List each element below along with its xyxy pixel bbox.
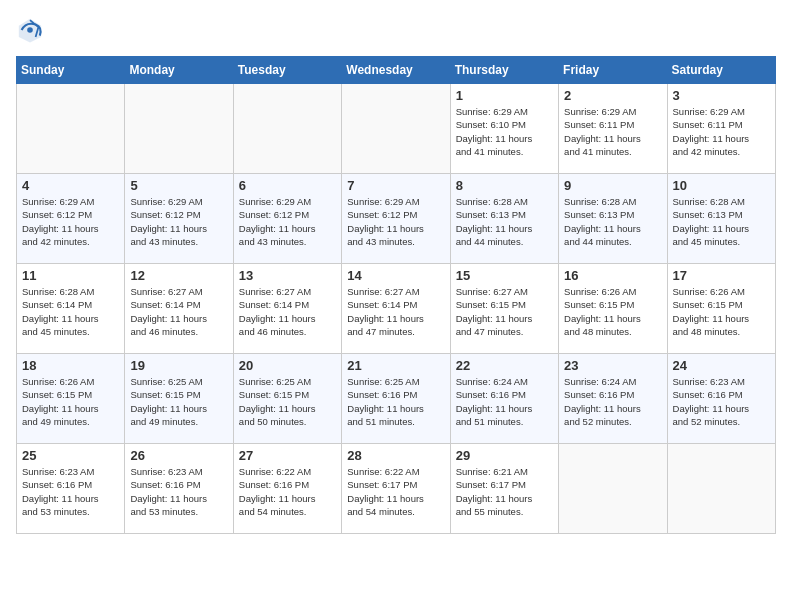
day-number: 6 — [239, 178, 336, 193]
calendar-cell: 23Sunrise: 6:24 AM Sunset: 6:16 PM Dayli… — [559, 354, 667, 444]
calendar-cell: 5Sunrise: 6:29 AM Sunset: 6:12 PM Daylig… — [125, 174, 233, 264]
day-number: 18 — [22, 358, 119, 373]
day-info: Sunrise: 6:21 AM Sunset: 6:17 PM Dayligh… — [456, 465, 553, 518]
calendar-cell: 15Sunrise: 6:27 AM Sunset: 6:15 PM Dayli… — [450, 264, 558, 354]
calendar-cell: 3Sunrise: 6:29 AM Sunset: 6:11 PM Daylig… — [667, 84, 775, 174]
day-number: 28 — [347, 448, 444, 463]
day-info: Sunrise: 6:29 AM Sunset: 6:12 PM Dayligh… — [347, 195, 444, 248]
day-number: 1 — [456, 88, 553, 103]
day-info: Sunrise: 6:26 AM Sunset: 6:15 PM Dayligh… — [22, 375, 119, 428]
calendar-table: SundayMondayTuesdayWednesdayThursdayFrid… — [16, 56, 776, 534]
day-header-wednesday: Wednesday — [342, 57, 450, 84]
day-header-thursday: Thursday — [450, 57, 558, 84]
day-info: Sunrise: 6:26 AM Sunset: 6:15 PM Dayligh… — [673, 285, 770, 338]
day-number: 24 — [673, 358, 770, 373]
calendar-cell: 28Sunrise: 6:22 AM Sunset: 6:17 PM Dayli… — [342, 444, 450, 534]
day-number: 3 — [673, 88, 770, 103]
calendar-week-3: 11Sunrise: 6:28 AM Sunset: 6:14 PM Dayli… — [17, 264, 776, 354]
day-number: 13 — [239, 268, 336, 283]
calendar-cell: 18Sunrise: 6:26 AM Sunset: 6:15 PM Dayli… — [17, 354, 125, 444]
day-info: Sunrise: 6:29 AM Sunset: 6:12 PM Dayligh… — [22, 195, 119, 248]
day-number: 27 — [239, 448, 336, 463]
day-info: Sunrise: 6:29 AM Sunset: 6:11 PM Dayligh… — [564, 105, 661, 158]
day-number: 12 — [130, 268, 227, 283]
calendar-cell — [559, 444, 667, 534]
day-header-saturday: Saturday — [667, 57, 775, 84]
logo-icon — [16, 16, 44, 44]
calendar-cell — [342, 84, 450, 174]
day-info: Sunrise: 6:29 AM Sunset: 6:10 PM Dayligh… — [456, 105, 553, 158]
day-number: 20 — [239, 358, 336, 373]
calendar-cell: 20Sunrise: 6:25 AM Sunset: 6:15 PM Dayli… — [233, 354, 341, 444]
day-number: 21 — [347, 358, 444, 373]
calendar-week-2: 4Sunrise: 6:29 AM Sunset: 6:12 PM Daylig… — [17, 174, 776, 264]
day-header-sunday: Sunday — [17, 57, 125, 84]
calendar-cell: 9Sunrise: 6:28 AM Sunset: 6:13 PM Daylig… — [559, 174, 667, 264]
day-number: 15 — [456, 268, 553, 283]
day-info: Sunrise: 6:23 AM Sunset: 6:16 PM Dayligh… — [22, 465, 119, 518]
calendar-cell — [667, 444, 775, 534]
day-number: 29 — [456, 448, 553, 463]
calendar-cell: 26Sunrise: 6:23 AM Sunset: 6:16 PM Dayli… — [125, 444, 233, 534]
day-number: 8 — [456, 178, 553, 193]
calendar-cell: 8Sunrise: 6:28 AM Sunset: 6:13 PM Daylig… — [450, 174, 558, 264]
calendar-cell: 19Sunrise: 6:25 AM Sunset: 6:15 PM Dayli… — [125, 354, 233, 444]
calendar-cell — [125, 84, 233, 174]
calendar-cell: 27Sunrise: 6:22 AM Sunset: 6:16 PM Dayli… — [233, 444, 341, 534]
day-number: 4 — [22, 178, 119, 193]
day-info: Sunrise: 6:23 AM Sunset: 6:16 PM Dayligh… — [130, 465, 227, 518]
calendar-cell: 21Sunrise: 6:25 AM Sunset: 6:16 PM Dayli… — [342, 354, 450, 444]
day-info: Sunrise: 6:28 AM Sunset: 6:14 PM Dayligh… — [22, 285, 119, 338]
svg-point-1 — [27, 27, 33, 33]
day-number: 11 — [22, 268, 119, 283]
day-info: Sunrise: 6:28 AM Sunset: 6:13 PM Dayligh… — [564, 195, 661, 248]
calendar-cell: 25Sunrise: 6:23 AM Sunset: 6:16 PM Dayli… — [17, 444, 125, 534]
calendar-cell — [17, 84, 125, 174]
day-header-friday: Friday — [559, 57, 667, 84]
calendar-cell: 4Sunrise: 6:29 AM Sunset: 6:12 PM Daylig… — [17, 174, 125, 264]
day-number: 14 — [347, 268, 444, 283]
day-info: Sunrise: 6:27 AM Sunset: 6:14 PM Dayligh… — [347, 285, 444, 338]
calendar-cell: 17Sunrise: 6:26 AM Sunset: 6:15 PM Dayli… — [667, 264, 775, 354]
day-header-monday: Monday — [125, 57, 233, 84]
day-number: 2 — [564, 88, 661, 103]
day-info: Sunrise: 6:26 AM Sunset: 6:15 PM Dayligh… — [564, 285, 661, 338]
page-header — [16, 16, 776, 44]
calendar-cell: 29Sunrise: 6:21 AM Sunset: 6:17 PM Dayli… — [450, 444, 558, 534]
day-number: 23 — [564, 358, 661, 373]
calendar-cell: 1Sunrise: 6:29 AM Sunset: 6:10 PM Daylig… — [450, 84, 558, 174]
calendar-cell: 7Sunrise: 6:29 AM Sunset: 6:12 PM Daylig… — [342, 174, 450, 264]
day-number: 26 — [130, 448, 227, 463]
day-number: 7 — [347, 178, 444, 193]
calendar-week-1: 1Sunrise: 6:29 AM Sunset: 6:10 PM Daylig… — [17, 84, 776, 174]
calendar-week-5: 25Sunrise: 6:23 AM Sunset: 6:16 PM Dayli… — [17, 444, 776, 534]
day-info: Sunrise: 6:27 AM Sunset: 6:14 PM Dayligh… — [130, 285, 227, 338]
calendar-cell: 22Sunrise: 6:24 AM Sunset: 6:16 PM Dayli… — [450, 354, 558, 444]
calendar-body: 1Sunrise: 6:29 AM Sunset: 6:10 PM Daylig… — [17, 84, 776, 534]
calendar-cell: 10Sunrise: 6:28 AM Sunset: 6:13 PM Dayli… — [667, 174, 775, 264]
day-info: Sunrise: 6:28 AM Sunset: 6:13 PM Dayligh… — [673, 195, 770, 248]
day-info: Sunrise: 6:27 AM Sunset: 6:14 PM Dayligh… — [239, 285, 336, 338]
day-info: Sunrise: 6:27 AM Sunset: 6:15 PM Dayligh… — [456, 285, 553, 338]
day-number: 9 — [564, 178, 661, 193]
day-number: 19 — [130, 358, 227, 373]
day-info: Sunrise: 6:24 AM Sunset: 6:16 PM Dayligh… — [564, 375, 661, 428]
day-info: Sunrise: 6:25 AM Sunset: 6:15 PM Dayligh… — [239, 375, 336, 428]
day-number: 25 — [22, 448, 119, 463]
day-info: Sunrise: 6:29 AM Sunset: 6:12 PM Dayligh… — [239, 195, 336, 248]
day-info: Sunrise: 6:23 AM Sunset: 6:16 PM Dayligh… — [673, 375, 770, 428]
day-info: Sunrise: 6:22 AM Sunset: 6:17 PM Dayligh… — [347, 465, 444, 518]
calendar-cell: 12Sunrise: 6:27 AM Sunset: 6:14 PM Dayli… — [125, 264, 233, 354]
day-info: Sunrise: 6:29 AM Sunset: 6:12 PM Dayligh… — [130, 195, 227, 248]
calendar-cell: 14Sunrise: 6:27 AM Sunset: 6:14 PM Dayli… — [342, 264, 450, 354]
calendar-cell — [233, 84, 341, 174]
calendar-cell: 16Sunrise: 6:26 AM Sunset: 6:15 PM Dayli… — [559, 264, 667, 354]
day-info: Sunrise: 6:25 AM Sunset: 6:15 PM Dayligh… — [130, 375, 227, 428]
day-number: 5 — [130, 178, 227, 193]
day-number: 22 — [456, 358, 553, 373]
day-number: 16 — [564, 268, 661, 283]
day-info: Sunrise: 6:28 AM Sunset: 6:13 PM Dayligh… — [456, 195, 553, 248]
calendar-cell: 6Sunrise: 6:29 AM Sunset: 6:12 PM Daylig… — [233, 174, 341, 264]
day-number: 17 — [673, 268, 770, 283]
logo — [16, 16, 48, 44]
